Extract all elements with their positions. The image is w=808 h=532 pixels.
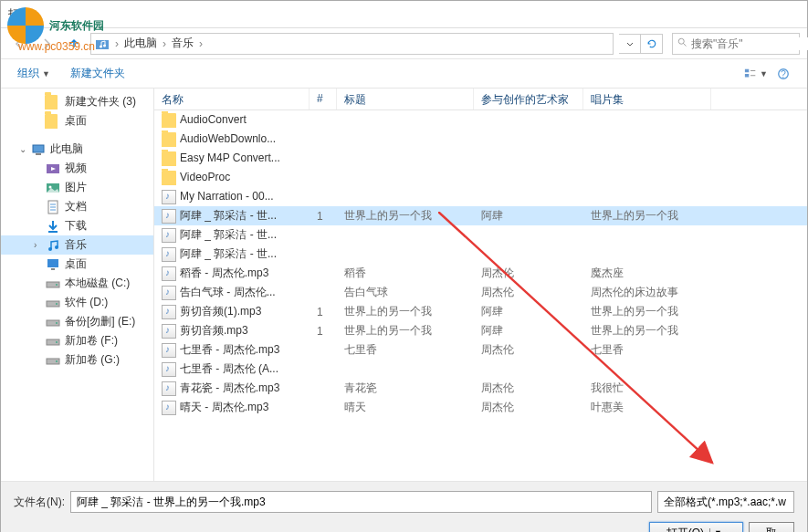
tree-item[interactable]: 下载: [1, 216, 153, 235]
navigation-tree[interactable]: 新建文件夹 (3)桌面⌄此电脑视频图片文档下载›音乐桌面本地磁盘 (C:)软件 …: [1, 89, 154, 481]
tree-item[interactable]: 桌面: [1, 111, 153, 130]
file-row[interactable]: VideoProc: [154, 168, 807, 187]
filetype-filter[interactable]: 全部格式(*.mp3;*.aac;*.w: [657, 491, 794, 513]
column-artist[interactable]: 参与创作的艺术家: [474, 89, 583, 110]
help-button[interactable]: ?: [771, 64, 796, 84]
tree-chevron-icon: ⌄: [19, 144, 30, 154]
drive-icon: [45, 276, 61, 291]
tree-item[interactable]: 备份[勿删] (E:): [1, 312, 153, 331]
open-button[interactable]: 打开(O) ▼: [649, 522, 743, 532]
cell-album: 周杰伦的床边故事: [583, 283, 711, 302]
cell-num: [310, 368, 337, 371]
cell-artist: [474, 157, 583, 161]
cell-name: 剪切音频.mp3: [154, 321, 310, 340]
file-row[interactable]: 告白气球 - 周杰伦...告白气球周杰伦周杰伦的床边故事: [154, 283, 807, 302]
file-row[interactable]: 稻香 - 周杰伦.mp3稻香周杰伦魔杰座: [154, 264, 807, 283]
cell-artist: [474, 176, 583, 180]
file-list[interactable]: 名称 # 标题 参与创作的艺术家 唱片集 AudioConvertAudioWe…: [154, 89, 807, 481]
chevron-right-icon: ›: [113, 37, 121, 50]
video-icon: [45, 162, 61, 176]
file-row[interactable]: AudioWebDownlo...: [154, 130, 807, 149]
cell-album: 我很忙: [583, 379, 711, 398]
search-box[interactable]: [672, 33, 800, 55]
tree-item[interactable]: ⌄此电脑: [1, 140, 153, 159]
tree-item[interactable]: 本地磁盘 (C:): [1, 274, 153, 293]
breadcrumb-seg-music[interactable]: 音乐: [168, 36, 197, 51]
file-row[interactable]: 阿肆 _ 郭采洁 - 世...1世界上的另一个我阿肆世界上的另一个我: [154, 206, 807, 225]
file-row[interactable]: AudioConvert: [154, 110, 807, 130]
column-headers[interactable]: 名称 # 标题 参与创作的艺术家 唱片集: [154, 89, 807, 110]
search-input[interactable]: [691, 37, 808, 50]
file-row[interactable]: 剪切音频(1).mp31世界上的另一个我阿肆世界上的另一个我: [154, 302, 807, 321]
file-row[interactable]: 阿肆 _ 郭采洁 - 世...: [154, 225, 807, 245]
tree-item[interactable]: 图片: [1, 178, 153, 197]
file-row[interactable]: 青花瓷 - 周杰伦.mp3青花瓷周杰伦我很忙: [154, 379, 807, 398]
breadcrumb-dropdown-button[interactable]: [619, 34, 641, 54]
breadcrumb-bar[interactable]: › 此电脑 › 音乐 ›: [90, 33, 614, 55]
tree-item[interactable]: ›音乐: [1, 235, 153, 255]
tree-label: 新加卷 (F:): [65, 333, 118, 349]
cell-title: 晴天: [337, 398, 474, 417]
cell-num: [310, 349, 337, 352]
organize-menu[interactable]: 组织▼: [12, 63, 56, 84]
file-row[interactable]: 七里香 - 周杰伦.mp3七里香周杰伦七里香: [154, 340, 807, 360]
tree-item[interactable]: 视频: [1, 159, 153, 178]
file-row[interactable]: 晴天 - 周杰伦.mp3晴天周杰伦叶惠美: [154, 398, 807, 417]
breadcrumb-seg-pc[interactable]: 此电脑: [121, 36, 161, 51]
cell-artist: [474, 119, 583, 122]
tree-item[interactable]: 桌面: [1, 255, 153, 274]
cell-artist: 周杰伦: [474, 264, 583, 283]
open-dropdown-icon[interactable]: ▼: [709, 528, 726, 532]
cell-album: [583, 157, 711, 161]
file-row[interactable]: 剪切音频.mp31世界上的另一个我阿肆世界上的另一个我: [154, 321, 807, 340]
tree-item[interactable]: 文档: [1, 197, 153, 216]
cell-title: [337, 138, 474, 141]
tree-item[interactable]: 软件 (D:): [1, 293, 153, 312]
file-row[interactable]: 阿肆 _ 郭采洁 - 世...: [154, 245, 807, 264]
svg-rect-12: [36, 153, 41, 155]
tree-item[interactable]: 新建文件夹 (3): [1, 92, 153, 111]
file-row[interactable]: My Narration - 00...: [154, 187, 807, 206]
refresh-button[interactable]: [641, 34, 663, 54]
cell-name: 晴天 - 周杰伦.mp3: [154, 398, 310, 417]
svg-rect-5: [745, 68, 749, 72]
cell-artist: 周杰伦: [474, 398, 583, 417]
cell-title: 稻香: [337, 264, 474, 283]
cell-name: 阿肆 _ 郭采洁 - 世...: [154, 245, 310, 264]
column-number[interactable]: #: [310, 89, 337, 110]
column-title[interactable]: 标题: [337, 89, 474, 110]
view-options-button[interactable]: ▼: [743, 64, 769, 84]
tree-item[interactable]: 新加卷 (F:): [1, 331, 153, 350]
svg-point-21: [48, 247, 52, 251]
audio-file-icon: [162, 209, 176, 224]
file-row[interactable]: 七里香 - 周杰伦 (A...: [154, 360, 807, 379]
audio-file-icon: [162, 305, 176, 319]
svg-line-4: [684, 44, 687, 47]
svg-point-22: [55, 245, 58, 249]
new-folder-button[interactable]: 新建文件夹: [65, 63, 131, 84]
column-album[interactable]: 唱片集: [583, 89, 711, 110]
search-icon: [677, 37, 687, 50]
cell-num: [310, 176, 337, 180]
svg-point-3: [678, 38, 684, 44]
cell-album: 叶惠美: [583, 398, 711, 417]
cell-num: [310, 291, 337, 295]
filename-input[interactable]: [70, 491, 652, 513]
cell-title: [337, 176, 474, 180]
column-name[interactable]: 名称: [154, 89, 310, 110]
cell-artist: 阿肆: [474, 206, 583, 225]
audio-file-icon: [162, 401, 176, 415]
tree-item[interactable]: 新加卷 (G:): [1, 350, 153, 370]
cell-title: 世界上的另一个我: [337, 206, 474, 225]
cancel-button[interactable]: 取: [749, 522, 794, 532]
cell-num: [310, 272, 337, 276]
tree-label: 新加卷 (G:): [65, 352, 120, 368]
cell-num: 1: [310, 323, 337, 339]
cell-album: 世界上的另一个我: [583, 206, 711, 225]
cell-album: 世界上的另一个我: [583, 302, 711, 321]
file-row[interactable]: Easy M4P Convert...: [154, 149, 807, 168]
cell-artist: [474, 253, 583, 256]
drive-icon: [45, 353, 61, 368]
cell-name: 告白气球 - 周杰伦...: [154, 283, 310, 302]
tree-label: 新建文件夹 (3): [65, 94, 136, 110]
